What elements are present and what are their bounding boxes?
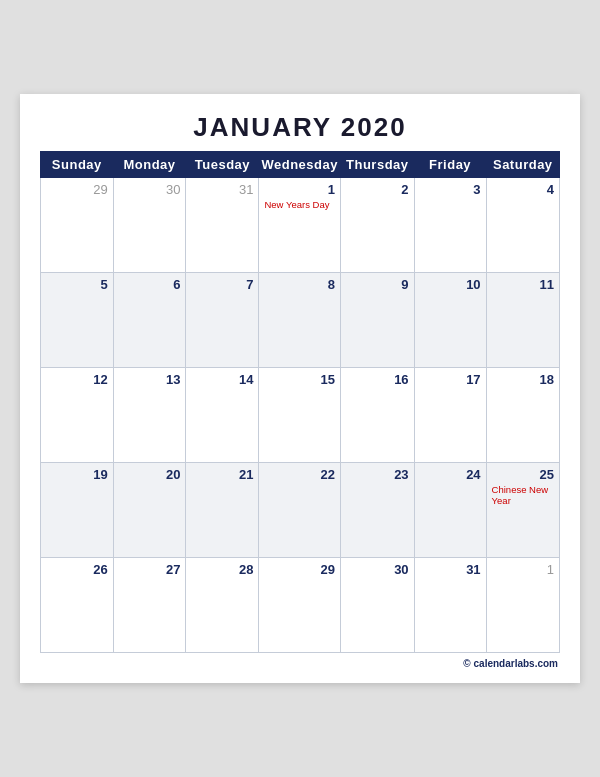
day-cell: 27 [113, 558, 186, 653]
footer-text: © calendarlabs.com [463, 658, 558, 669]
day-cell: 31 [414, 558, 486, 653]
day-cell: 18 [486, 368, 559, 463]
day-number: 30 [346, 562, 409, 577]
day-number: 20 [119, 467, 181, 482]
day-cell: 28 [186, 558, 259, 653]
day-cell: 24 [414, 463, 486, 558]
day-number: 31 [420, 562, 481, 577]
day-cell: 4 [486, 178, 559, 273]
day-cell: 20 [113, 463, 186, 558]
header-row: SundayMondayTuesdayWednesdayThursdayFrid… [41, 152, 560, 178]
holiday-label: New Years Day [264, 199, 335, 210]
week-row-3: 12131415161718 [41, 368, 560, 463]
day-number: 13 [119, 372, 181, 387]
day-cell: 6 [113, 273, 186, 368]
day-number: 8 [264, 277, 335, 292]
header-day-sunday: Sunday [41, 152, 114, 178]
day-cell: 2 [340, 178, 414, 273]
day-cell: 23 [340, 463, 414, 558]
day-number: 21 [191, 467, 253, 482]
week-row-4: 19202122232425Chinese New Year [41, 463, 560, 558]
day-number: 24 [420, 467, 481, 482]
day-cell: 25Chinese New Year [486, 463, 559, 558]
day-cell: 12 [41, 368, 114, 463]
day-number: 7 [191, 277, 253, 292]
day-number: 23 [346, 467, 409, 482]
day-number: 15 [264, 372, 335, 387]
footer: © calendarlabs.com [40, 658, 560, 669]
day-cell: 19 [41, 463, 114, 558]
day-number: 28 [191, 562, 253, 577]
day-number: 18 [492, 372, 554, 387]
day-cell: 3 [414, 178, 486, 273]
day-cell: 31 [186, 178, 259, 273]
day-number: 14 [191, 372, 253, 387]
day-number: 6 [119, 277, 181, 292]
day-cell: 17 [414, 368, 486, 463]
day-number: 11 [492, 277, 554, 292]
day-cell: 5 [41, 273, 114, 368]
calendar-page: JANUARY 2020 SundayMondayTuesdayWednesda… [20, 94, 580, 683]
day-cell: 10 [414, 273, 486, 368]
header-day-friday: Friday [414, 152, 486, 178]
day-number: 4 [492, 182, 554, 197]
day-cell: 15 [259, 368, 341, 463]
day-cell: 14 [186, 368, 259, 463]
day-cell: 1New Years Day [259, 178, 341, 273]
header-day-tuesday: Tuesday [186, 152, 259, 178]
day-cell: 30 [113, 178, 186, 273]
week-row-1: 2930311New Years Day234 [41, 178, 560, 273]
day-cell: 26 [41, 558, 114, 653]
day-number: 12 [46, 372, 108, 387]
day-number: 27 [119, 562, 181, 577]
day-cell: 21 [186, 463, 259, 558]
week-row-5: 2627282930311 [41, 558, 560, 653]
day-number: 10 [420, 277, 481, 292]
day-number: 26 [46, 562, 108, 577]
calendar-title: JANUARY 2020 [40, 112, 560, 143]
day-number: 3 [420, 182, 481, 197]
day-number: 1 [264, 182, 335, 197]
header-day-wednesday: Wednesday [259, 152, 341, 178]
day-number: 29 [46, 182, 108, 197]
day-cell: 22 [259, 463, 341, 558]
header-day-monday: Monday [113, 152, 186, 178]
day-number: 22 [264, 467, 335, 482]
day-cell: 29 [259, 558, 341, 653]
day-number: 30 [119, 182, 181, 197]
header-day-saturday: Saturday [486, 152, 559, 178]
day-cell: 11 [486, 273, 559, 368]
calendar-table: SundayMondayTuesdayWednesdayThursdayFrid… [40, 151, 560, 653]
header-day-thursday: Thursday [340, 152, 414, 178]
day-number: 5 [46, 277, 108, 292]
day-number: 1 [492, 562, 554, 577]
day-number: 25 [492, 467, 554, 482]
day-cell: 16 [340, 368, 414, 463]
week-row-2: 567891011 [41, 273, 560, 368]
day-cell: 9 [340, 273, 414, 368]
day-number: 9 [346, 277, 409, 292]
day-number: 19 [46, 467, 108, 482]
day-number: 29 [264, 562, 335, 577]
day-number: 16 [346, 372, 409, 387]
day-number: 17 [420, 372, 481, 387]
day-cell: 13 [113, 368, 186, 463]
day-cell: 1 [486, 558, 559, 653]
holiday-label: Chinese New Year [492, 484, 554, 507]
day-cell: 8 [259, 273, 341, 368]
day-number: 31 [191, 182, 253, 197]
day-cell: 7 [186, 273, 259, 368]
day-number: 2 [346, 182, 409, 197]
day-cell: 30 [340, 558, 414, 653]
day-cell: 29 [41, 178, 114, 273]
